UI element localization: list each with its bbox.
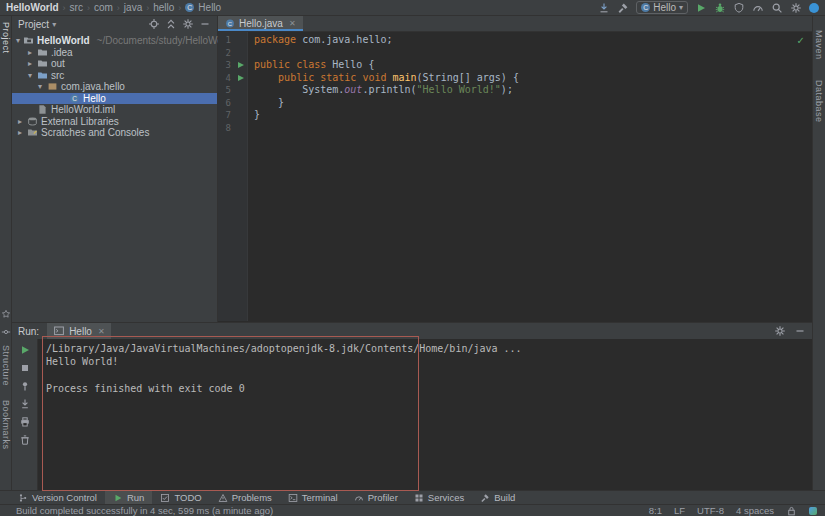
toolwindow-button-label: Profiler <box>368 492 398 503</box>
code-line[interactable]: 7} <box>218 109 812 122</box>
chevron-down-icon[interactable]: ▾ <box>52 20 56 29</box>
line-number: 4 <box>218 72 234 85</box>
chevron-right-icon[interactable]: ▸ <box>16 117 24 126</box>
stripe-label-structure[interactable]: Structure <box>1 345 11 386</box>
breadcrumb: HelloWorld›src›com›java›hello›CHello <box>6 2 221 13</box>
favorites-icon[interactable] <box>1 309 11 319</box>
settings-gear-icon[interactable] <box>790 2 802 14</box>
code-line[interactable]: 6 } <box>218 97 812 110</box>
code-lines: 1package com.java.hello;23public class H… <box>218 32 812 134</box>
status-widget-icon[interactable] <box>809 507 817 515</box>
editor-content[interactable]: 1package com.java.hello;23public class H… <box>218 32 812 321</box>
gutter-spacer <box>234 84 248 97</box>
commit-icon[interactable] <box>1 327 11 337</box>
stripe-label-bookmarks[interactable]: Bookmarks <box>1 400 11 450</box>
print-icon[interactable] <box>19 416 31 428</box>
toolwindow-button-version-control[interactable]: Version Control <box>10 491 105 504</box>
chevron-right-icon[interactable]: ▸ <box>16 128 24 137</box>
file-encoding[interactable]: UTF-8 <box>697 505 724 516</box>
tree-item-idea[interactable]: ▸.idea <box>12 47 217 59</box>
tree-item-helloworld-iml[interactable]: HelloWorld.iml <box>12 104 217 116</box>
chevron-right-icon[interactable]: ▸ <box>26 48 34 57</box>
coverage-button[interactable] <box>733 2 745 14</box>
close-icon[interactable]: ✕ <box>98 327 105 336</box>
code-line[interactable]: 3public class Hello { <box>218 59 812 72</box>
scroll-to-end-icon[interactable] <box>19 398 31 410</box>
breadcrumb-item-com[interactable]: com <box>94 2 113 13</box>
libraries-icon <box>27 116 38 127</box>
breadcrumb-item-src[interactable]: src <box>70 2 83 13</box>
editor-tab-hello-java[interactable]: C Hello.java ✕ <box>218 16 303 31</box>
lock-icon[interactable] <box>786 505 797 516</box>
debug-button[interactable] <box>714 2 726 14</box>
code-line[interactable]: 5 System.out.println("Hello World!"); <box>218 84 812 97</box>
todo-icon <box>160 493 170 503</box>
code-token: "Hello World!" <box>417 84 501 95</box>
code-line[interactable]: 8 <box>218 122 812 135</box>
code-line[interactable]: 2 <box>218 47 812 60</box>
avatar[interactable] <box>809 3 819 13</box>
inspection-ok-icon[interactable]: ✓ <box>797 35 805 46</box>
breadcrumb-item-hello[interactable]: hello <box>153 2 174 13</box>
tree-item-external-libraries[interactable]: ▸External Libraries <box>12 116 217 128</box>
tree-item-com-java-hello[interactable]: ▾com.java.hello <box>12 81 217 93</box>
tree-item-src[interactable]: ▾src <box>12 70 217 82</box>
breadcrumb-item-java[interactable]: java <box>124 2 142 13</box>
hide-panel-icon[interactable] <box>199 18 211 30</box>
run-button[interactable] <box>695 2 707 14</box>
toolwindow-button-todo[interactable]: TODO <box>152 491 209 504</box>
code-text <box>248 122 254 135</box>
code-token: .println( <box>362 84 416 95</box>
gear-icon[interactable] <box>774 325 786 337</box>
search-icon[interactable] <box>771 2 783 14</box>
collapse-all-icon[interactable] <box>165 18 177 30</box>
chevron-down-icon[interactable]: ▾ <box>16 36 20 45</box>
tree-item-hello[interactable]: CHello <box>12 93 217 105</box>
toolwindow-button-terminal[interactable]: Terminal <box>280 491 346 504</box>
breadcrumb-item-helloworld[interactable]: HelloWorld <box>6 2 59 13</box>
close-icon[interactable]: ✕ <box>289 19 296 28</box>
tree-item-out[interactable]: ▸out <box>12 58 217 70</box>
ide-window: { "colors": { "panel_bg": "#3c3f41", "ed… <box>0 0 825 516</box>
problems-icon <box>218 493 228 503</box>
run-tab-hello[interactable]: Hello ✕ <box>47 323 111 339</box>
build-hammer-icon[interactable] <box>617 2 629 14</box>
run-config-select[interactable]: C Hello ▾ <box>636 1 688 14</box>
status-message: Build completed successfully in 4 sec, 5… <box>8 505 273 516</box>
pin-icon[interactable] <box>19 380 31 392</box>
chevron-right-icon[interactable]: ▸ <box>26 59 34 68</box>
line-number: 3 <box>218 59 234 72</box>
run-gutter-icon[interactable] <box>234 72 248 85</box>
stripe-label-maven[interactable]: Maven <box>814 30 824 60</box>
clear-console-icon[interactable] <box>19 434 31 446</box>
chevron-down-icon[interactable]: ▾ <box>26 71 34 80</box>
run-tab-label: Hello <box>69 326 92 337</box>
tree-item-scratches-and-consoles[interactable]: ▸Scratches and Consoles <box>12 127 217 139</box>
run-gutter-icon[interactable] <box>234 59 248 72</box>
toolwindow-button-problems[interactable]: Problems <box>210 491 280 504</box>
gear-icon[interactable] <box>182 18 194 30</box>
toolwindow-button-build[interactable]: Build <box>472 491 523 504</box>
select-opened-file-icon[interactable] <box>148 18 160 30</box>
caret-position[interactable]: 8:1 <box>649 505 662 516</box>
chevron-down-icon[interactable]: ▾ <box>36 82 44 91</box>
toolwindow-button-services[interactable]: Services <box>406 491 472 504</box>
toolwindow-button-profiler[interactable]: Profiler <box>346 491 406 504</box>
breadcrumb-item-hello[interactable]: Hello <box>198 2 221 13</box>
profiler-button[interactable] <box>752 2 764 14</box>
rerun-button[interactable] <box>19 344 31 356</box>
hide-panel-icon[interactable] <box>794 325 806 337</box>
stripe-label-database[interactable]: Database <box>814 80 824 123</box>
toolwindow-button-run[interactable]: Run <box>105 491 152 504</box>
stop-button[interactable] <box>19 362 31 374</box>
project-panel-title[interactable]: Project <box>18 19 49 30</box>
tree-item-helloworld[interactable]: ▾HelloWorld~/Documents/study/HelloWorld <box>12 35 217 47</box>
code-line[interactable]: 4 public static void main(String[] args)… <box>218 72 812 85</box>
console-output[interactable]: /Library/Java/JavaVirtualMachines/adopto… <box>38 339 812 490</box>
indent-style[interactable]: 4 spaces <box>736 505 774 516</box>
line-separator[interactable]: LF <box>674 505 685 516</box>
stripe-label-project[interactable]: Project <box>1 22 11 54</box>
vcs-update-icon[interactable] <box>598 2 610 14</box>
code-line[interactable]: 1package com.java.hello; <box>218 34 812 47</box>
run-toolwindow-header: Run: Hello ✕ <box>12 323 812 339</box>
